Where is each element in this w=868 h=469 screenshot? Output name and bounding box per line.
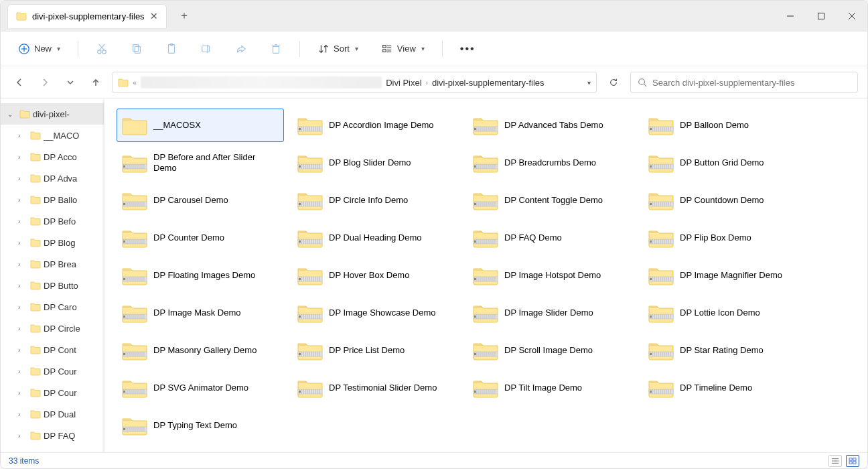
tree-item[interactable]: › DP Cour	[1, 360, 104, 382]
chevron-down-icon[interactable]: ▾	[587, 79, 591, 86]
tree-item[interactable]: › DP Dual	[1, 403, 104, 425]
zip-item[interactable]: DP Dual Heading Demo	[292, 221, 459, 255]
tree-item[interactable]: › DP Adva	[1, 168, 104, 189]
zip-item[interactable]: DP Image Showcase Demo	[292, 296, 459, 330]
tree-item[interactable]: › DP Ballo	[1, 189, 104, 210]
zip-icon	[121, 265, 148, 286]
folder-icon	[30, 344, 41, 355]
tree-item[interactable]: › DP Acco	[1, 146, 104, 168]
zip-item[interactable]: DP Lottie Icon Demo	[643, 296, 810, 330]
zip-item[interactable]: DP Before and After Slider Demo	[117, 146, 284, 180]
tree-item[interactable]: › DP Befo	[1, 210, 104, 232]
zip-item[interactable]: DP FAQ Demo	[467, 221, 635, 255]
sort-button[interactable]: Sort ▾	[312, 39, 364, 59]
search-input[interactable]	[652, 78, 851, 88]
tree-item[interactable]: › DP Blog	[1, 232, 104, 253]
zip-item[interactable]: DP Accordion Image Demo	[292, 109, 459, 142]
zip-item[interactable]: DP Image Mask Demo	[117, 296, 284, 330]
zip-item[interactable]: DP Scroll Image Demo	[467, 334, 635, 367]
view-button[interactable]: View ▾	[376, 39, 430, 59]
zip-item[interactable]: DP Floating Images Demo	[117, 259, 284, 292]
cut-button[interactable]	[90, 39, 113, 59]
folder-item[interactable]: __MACOSX	[117, 109, 284, 142]
file-name: DP Content Toggle Demo	[504, 195, 603, 206]
zip-item[interactable]: DP SVG Animator Demo	[117, 371, 284, 405]
up-button[interactable]	[86, 73, 105, 92]
large-icons-view-toggle[interactable]	[846, 455, 859, 467]
chevron-right-icon[interactable]: ›	[18, 261, 27, 268]
details-view-toggle[interactable]	[828, 455, 842, 467]
zip-item[interactable]: DP Image Hotspot Demo	[467, 259, 635, 292]
zip-item[interactable]: DP Advanced Tabs Demo	[467, 109, 635, 142]
tree-item[interactable]: › DP Cont	[1, 339, 104, 360]
back-button[interactable]	[10, 73, 29, 92]
new-button[interactable]: New ▾	[13, 39, 66, 59]
zip-item[interactable]: DP Carousel Demo	[117, 184, 284, 217]
tree-item[interactable]: › DP Caro	[1, 296, 104, 318]
chevron-right-icon[interactable]: ›	[18, 132, 27, 139]
paste-button[interactable]	[160, 39, 183, 59]
chevron-right-icon[interactable]: ›	[18, 325, 27, 332]
zip-item[interactable]: DP Balloon Demo	[643, 109, 810, 142]
minimize-button[interactable]	[775, 1, 806, 31]
tab-close-button[interactable]: ✕	[150, 11, 158, 21]
address-bar[interactable]: « Divi Pixel › divi-pixel-supplementary-…	[112, 72, 597, 93]
zip-item[interactable]: DP Content Toggle Demo	[467, 184, 635, 217]
tree-item[interactable]: › DP FAQ	[1, 425, 104, 446]
tree-item[interactable]: › DP Brea	[1, 253, 104, 275]
zip-item[interactable]: DP Typing Text Demo	[117, 409, 284, 442]
rename-button[interactable]	[195, 39, 218, 59]
chevron-right-icon[interactable]: ›	[18, 346, 27, 354]
tree-item[interactable]: › DP Butto	[1, 275, 104, 296]
file-name: DP SVG Animator Demo	[153, 383, 248, 393]
refresh-button[interactable]	[603, 72, 624, 92]
chevron-right-icon[interactable]: ›	[18, 304, 27, 311]
zip-item[interactable]: DP Star Rating Demo	[643, 334, 810, 367]
breadcrumb-parent[interactable]: Divi Pixel	[386, 78, 421, 88]
zip-item[interactable]: DP Masonry Gallery Demo	[117, 334, 284, 367]
zip-item[interactable]: DP Circle Info Demo	[292, 184, 459, 217]
chevron-right-icon[interactable]: ›	[18, 282, 27, 289]
zip-item[interactable]: DP Testimonial Slider Demo	[292, 371, 459, 405]
new-tab-button[interactable]: ＋	[175, 7, 194, 25]
chevron-right-icon[interactable]: ›	[18, 411, 27, 418]
chevron-right-icon[interactable]: ›	[18, 175, 27, 182]
zip-item[interactable]: DP Button Grid Demo	[643, 146, 810, 180]
zip-item[interactable]: DP Flip Box Demo	[643, 221, 810, 255]
zip-item[interactable]: DP Counter Demo	[117, 221, 284, 255]
zip-item[interactable]: DP Image Slider Demo	[467, 296, 635, 330]
more-button[interactable]: •••	[455, 39, 481, 59]
tree-item[interactable]: › __MACO	[1, 125, 104, 146]
chevron-right-icon[interactable]: ›	[18, 239, 27, 247]
close-window-button[interactable]	[837, 1, 867, 31]
breadcrumb-current[interactable]: divi-pixel-supplementary-files	[432, 78, 545, 88]
zip-item[interactable]: DP Image Magnifier Demo	[643, 259, 810, 292]
zip-item[interactable]: DP Hover Box Demo	[292, 259, 459, 292]
delete-button[interactable]	[265, 39, 287, 59]
zip-item[interactable]: DP Tilt Image Demo	[467, 371, 635, 405]
tree-item-label: DP Cour	[44, 388, 77, 398]
tree-item[interactable]: › DP Circle	[1, 318, 104, 339]
chevron-right-icon[interactable]: ›	[18, 153, 27, 161]
chevron-right-icon[interactable]: ›	[18, 368, 27, 375]
zip-item[interactable]: DP Price List Demo	[292, 334, 459, 367]
forward-button[interactable]	[35, 73, 54, 92]
zip-item[interactable]: DP Breadcrumbs Demo	[467, 146, 635, 180]
zip-item[interactable]: DP Timeline Demo	[643, 371, 810, 405]
tree-item[interactable]: › DP Cour	[1, 382, 104, 403]
share-button[interactable]	[230, 39, 252, 59]
file-list[interactable]: __MACOSX DP Accordion Image Demo DP Adva…	[104, 99, 867, 452]
search-box[interactable]	[630, 72, 858, 93]
chevron-right-icon[interactable]: ›	[18, 389, 27, 397]
copy-button[interactable]	[125, 39, 148, 59]
chevron-down-icon[interactable]: ⌄	[7, 111, 17, 118]
zip-item[interactable]: DP Blog Slider Demo	[292, 146, 459, 180]
chevron-right-icon[interactable]: ›	[18, 218, 27, 225]
zip-item[interactable]: DP Countdown Demo	[643, 184, 810, 217]
maximize-button[interactable]	[806, 1, 837, 31]
window-tab[interactable]: divi-pixel-supplementary-files ✕	[7, 4, 167, 28]
chevron-right-icon[interactable]: ›	[18, 432, 27, 440]
chevron-right-icon[interactable]: ›	[18, 196, 27, 204]
tree-root[interactable]: ⌄ divi-pixel-	[1, 103, 104, 125]
recent-button[interactable]	[61, 73, 80, 92]
